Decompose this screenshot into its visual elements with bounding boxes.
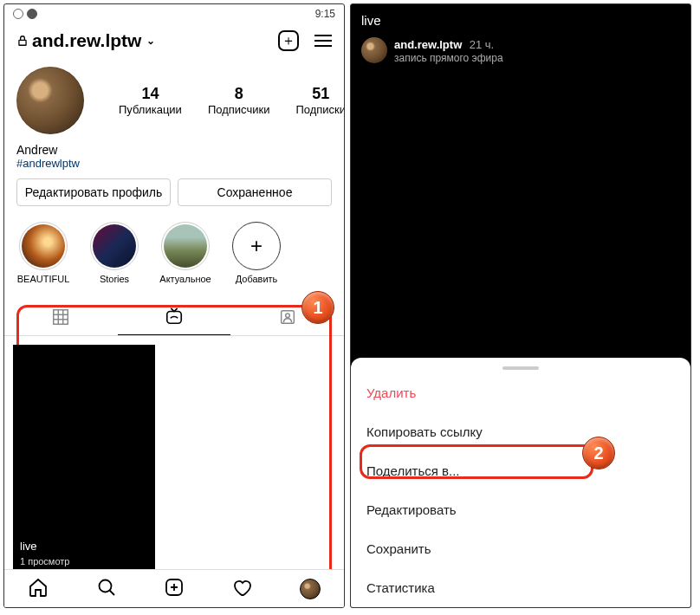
following-stat[interactable]: 51 Подписки — [295, 85, 345, 116]
status-icon — [27, 9, 37, 19]
saved-button[interactable]: Сохраненное — [178, 178, 332, 206]
svg-point-8 — [285, 313, 289, 317]
highlight-item[interactable]: Stories — [88, 222, 141, 284]
followers-stat[interactable]: 8 Подписчики — [208, 85, 270, 116]
status-bar: 9:15 — [4, 4, 344, 23]
search-icon — [96, 577, 117, 598]
new-post-tab[interactable] — [164, 577, 185, 601]
svg-point-9 — [99, 579, 111, 592]
grid-tab[interactable] — [4, 298, 118, 335]
display-name: Andrew — [16, 143, 332, 157]
username-text: and.rew.lptw — [32, 30, 141, 51]
highlight-cover — [22, 224, 65, 268]
share-option[interactable]: Поделиться в... — [351, 451, 690, 490]
edit-option[interactable]: Редактировать — [351, 490, 690, 529]
profile-bio: Andrew #andrewlptw — [4, 143, 344, 178]
svg-rect-0 — [19, 40, 26, 45]
profile-avatar[interactable] — [16, 67, 84, 134]
copy-link-option[interactable]: Копировать ссылку — [351, 412, 690, 451]
highlight-cover — [164, 224, 207, 268]
svg-line-10 — [109, 590, 114, 595]
plus-icon: + — [232, 222, 281, 270]
home-icon — [28, 577, 49, 598]
author-avatar — [361, 37, 387, 63]
video-time: 21 ч. — [470, 38, 494, 51]
save-option[interactable]: Сохранить — [351, 529, 690, 568]
action-sheet: Удалить Копировать ссылку Поделиться в..… — [351, 358, 690, 607]
create-post-button[interactable]: ＋ — [278, 30, 299, 51]
svg-rect-6 — [167, 312, 182, 324]
profile-tabs — [4, 298, 344, 336]
plus-box-icon — [164, 577, 185, 598]
lock-icon — [16, 30, 29, 51]
svg-rect-1 — [54, 309, 68, 324]
status-left-icons — [13, 9, 37, 19]
igtv-tab[interactable] — [118, 298, 231, 335]
igtv-video-thumb[interactable]: live 1 просмотр — [13, 345, 155, 570]
instagram-profile-screen: 9:15 and.rew.lptw ⌄ ＋ 14 Публикации 8 По… — [3, 3, 345, 608]
add-highlight-button[interactable]: + Добавить — [230, 222, 283, 284]
home-tab[interactable] — [28, 577, 49, 601]
menu-button[interactable] — [314, 35, 332, 47]
video-title: live — [20, 540, 37, 553]
statistics-option[interactable]: Статистика — [351, 568, 690, 607]
chevron-down-icon: ⌄ — [146, 35, 155, 47]
highlight-label: Актуальное — [159, 274, 212, 284]
status-icon — [13, 9, 23, 19]
highlight-item[interactable]: BEAUTIFUL — [16, 222, 70, 284]
posts-label: Публикации — [119, 103, 182, 116]
posts-stat[interactable]: 14 Публикации — [119, 85, 182, 116]
video-header: live and.rew.lptw 21 ч. запись прямого э… — [351, 4, 690, 73]
tagged-icon — [278, 308, 297, 327]
edit-profile-button[interactable]: Редактировать профиль — [16, 178, 171, 206]
status-time: 9:15 — [315, 8, 335, 20]
following-count: 51 — [295, 85, 345, 103]
sheet-handle[interactable] — [502, 366, 539, 370]
video-page-title: live — [361, 13, 680, 28]
profile-header: and.rew.lptw ⌄ ＋ — [4, 23, 344, 58]
video-views: 1 просмотр — [20, 556, 69, 566]
highlight-label: BEAUTIFUL — [16, 274, 70, 284]
highlight-cover — [93, 224, 136, 268]
profile-stats-row: 14 Публикации 8 Подписчики 51 Подписки — [4, 58, 344, 143]
activity-tab[interactable] — [231, 577, 252, 601]
video-subtitle: запись прямого эфира — [394, 52, 503, 64]
highlight-item[interactable]: Актуальное — [159, 222, 212, 284]
highlight-label: Stories — [88, 274, 141, 284]
following-label: Подписки — [295, 103, 345, 116]
highlight-label: Добавить — [230, 274, 283, 284]
bio-hashtag[interactable]: #andrewlptw — [16, 157, 332, 170]
author-username: and.rew.lptw — [394, 38, 462, 51]
delete-option[interactable]: Удалить — [351, 373, 690, 412]
igtv-icon — [165, 307, 184, 326]
followers-count: 8 — [208, 85, 270, 103]
video-author-row[interactable]: and.rew.lptw 21 ч. запись прямого эфира — [361, 36, 680, 64]
username-dropdown[interactable]: and.rew.lptw ⌄ — [16, 30, 155, 51]
profile-tab[interactable] — [300, 579, 321, 599]
search-tab[interactable] — [96, 577, 117, 601]
followers-label: Подписчики — [208, 103, 270, 116]
posts-count: 14 — [119, 85, 182, 103]
tagged-tab[interactable] — [230, 298, 344, 335]
bottom-nav — [4, 569, 344, 607]
heart-icon — [231, 577, 252, 598]
igtv-grid: live 1 просмотр — [4, 336, 344, 570]
highlights-row[interactable]: BEAUTIFUL Stories Актуальное + Добавить — [4, 218, 344, 293]
avatar-icon — [300, 579, 321, 599]
grid-icon — [51, 308, 70, 327]
igtv-video-screen: live and.rew.lptw 21 ч. запись прямого э… — [350, 3, 691, 608]
